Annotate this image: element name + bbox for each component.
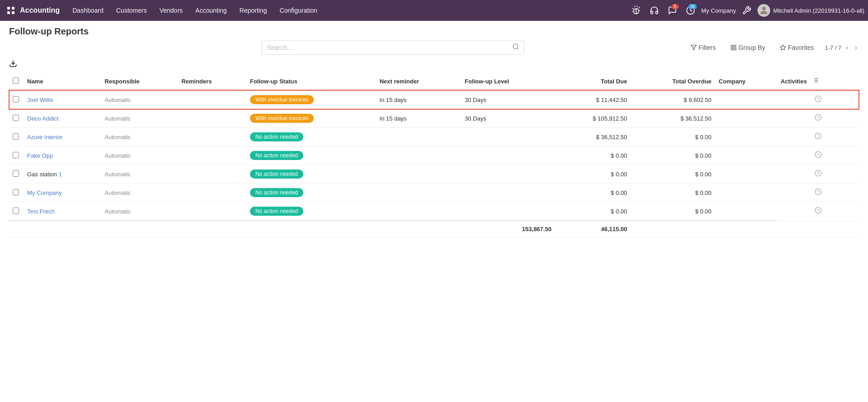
row-next-reminder — [376, 202, 461, 221]
name-link[interactable]: 1 — [58, 171, 62, 178]
row-reminders — [178, 109, 246, 128]
row-checkbox[interactable] — [13, 115, 19, 121]
user-menu[interactable]: Mitchell Admin (22019931-16-0-all) — [758, 4, 864, 17]
svg-marker-14 — [780, 45, 786, 50]
filters-button[interactable]: Filters — [687, 42, 719, 53]
activity-clock-icon[interactable] — [815, 189, 822, 197]
table-row[interactable]: Azure InteriorAutomaticNo action needed$… — [9, 128, 859, 146]
column-settings-icon[interactable] — [812, 77, 819, 85]
row-responsible: Automatic — [101, 165, 178, 184]
row-name[interactable]: Gas station 1 — [24, 165, 101, 184]
row-name[interactable]: Azure Interior — [24, 128, 101, 146]
row-name[interactable]: Fake Opp — [24, 146, 101, 165]
activity-clock-icon[interactable] — [815, 96, 822, 104]
row-activities[interactable] — [777, 165, 859, 184]
company-selector[interactable]: My Company — [701, 7, 736, 14]
search-placeholder: Search... — [267, 44, 512, 51]
totals-empty-cell — [24, 221, 101, 237]
table-row[interactable]: Test FrechAutomaticNo action needed$ 0.0… — [9, 202, 859, 221]
clock-icon-btn[interactable]: 36 — [683, 3, 698, 18]
search-icon[interactable] — [512, 43, 519, 52]
nav-dashboard[interactable]: Dashboard — [67, 5, 109, 16]
row-activities[interactable] — [777, 109, 859, 128]
col-total-overdue[interactable]: Total Overdue — [631, 73, 715, 90]
pagination-prev[interactable]: ‹ — [844, 43, 850, 53]
activity-clock-icon[interactable] — [815, 115, 822, 122]
totals-empty-cell — [101, 221, 178, 237]
activity-clock-icon[interactable] — [815, 133, 822, 141]
col-followup-level[interactable]: Follow-up Level — [461, 73, 555, 90]
row-checkbox[interactable] — [13, 133, 19, 140]
table-row[interactable]: Joel WillisAutomaticWith overdue invoice… — [9, 90, 859, 109]
col-next-reminder[interactable]: Next reminder — [376, 73, 461, 90]
row-name[interactable]: Deco Addict — [24, 109, 101, 128]
nav-vendors[interactable]: Vendors — [154, 5, 188, 16]
row-activities[interactable] — [777, 128, 859, 146]
nav-accounting[interactable]: Accounting — [190, 5, 232, 16]
col-status[interactable]: Follow-up Status — [246, 73, 376, 90]
row-reminders — [178, 90, 246, 109]
row-activities[interactable] — [777, 202, 859, 221]
row-checkbox[interactable] — [13, 152, 19, 158]
row-name[interactable]: My Company — [24, 184, 101, 202]
group-by-button[interactable]: Group By — [727, 42, 769, 53]
grid-menu-icon[interactable] — [4, 3, 18, 18]
bug-icon-btn[interactable] — [629, 3, 643, 18]
totals-empty-cell — [246, 221, 376, 237]
app-name[interactable]: Accounting — [20, 6, 60, 15]
totals-empty-cell — [9, 221, 24, 237]
row-checkbox[interactable] — [13, 208, 19, 214]
row-next-reminder — [376, 184, 461, 202]
favorites-button[interactable]: Favorites — [776, 42, 818, 53]
row-checkbox[interactable] — [13, 189, 19, 195]
activity-clock-icon[interactable] — [815, 152, 822, 160]
table-row[interactable]: Deco AddictAutomaticWith overdue invoice… — [9, 109, 859, 128]
status-badge: No action needed — [250, 188, 303, 197]
topnav-right-section: 5 36 My Company Mitchell Admin (22019931… — [629, 3, 864, 18]
row-status: With overdue invoices — [246, 90, 376, 109]
follow-up-table: Name Responsible Reminders Follow-up Sta… — [9, 73, 859, 237]
row-total-overdue: $ 0.00 — [631, 184, 715, 202]
table-row[interactable]: My CompanyAutomaticNo action needed$ 0.0… — [9, 184, 859, 202]
row-total-overdue: $ 0.00 — [631, 202, 715, 221]
nav-reporting[interactable]: Reporting — [234, 5, 273, 16]
status-badge: No action needed — [250, 207, 303, 216]
status-badge: No action needed — [250, 132, 303, 141]
col-responsible[interactable]: Responsible — [101, 73, 178, 90]
col-reminders[interactable]: Reminders — [178, 73, 246, 90]
username-label: Mitchell Admin (22019931-16-0-all) — [773, 7, 864, 14]
col-activities[interactable]: Activities — [777, 73, 859, 90]
favorites-label: Favorites — [788, 44, 814, 51]
table-row[interactable]: Fake OppAutomaticNo action needed$ 0.00$… — [9, 146, 859, 165]
activity-clock-icon[interactable] — [815, 170, 822, 178]
search-wrapper: Search... — [262, 40, 524, 55]
row-checkbox[interactable] — [13, 170, 19, 177]
pagination-next[interactable]: › — [853, 43, 859, 53]
svg-rect-13 — [731, 48, 733, 50]
select-all-checkbox[interactable] — [13, 77, 19, 84]
row-name[interactable]: Joel Willis — [24, 90, 101, 109]
wrench-icon-btn[interactable] — [739, 3, 754, 18]
row-activities[interactable] — [777, 146, 859, 165]
filters-label: Filters — [699, 44, 716, 51]
headset-icon-btn[interactable] — [647, 3, 662, 18]
row-checkbox[interactable] — [13, 96, 19, 102]
row-company — [715, 165, 777, 184]
nav-customers[interactable]: Customers — [111, 5, 153, 16]
chat-icon-btn[interactable]: 5 — [665, 3, 680, 18]
col-total-due[interactable]: Total Due — [555, 73, 631, 90]
activity-clock-icon[interactable] — [815, 208, 822, 215]
col-name[interactable]: Name — [24, 73, 101, 90]
col-company[interactable]: Company — [715, 73, 777, 90]
nav-configuration[interactable]: Configuration — [274, 5, 323, 16]
totals-empty-cell — [631, 221, 715, 237]
download-button[interactable] — [9, 59, 17, 70]
row-activities[interactable] — [777, 184, 859, 202]
row-status: With overdue invoices — [246, 109, 376, 128]
row-activities[interactable] — [777, 90, 859, 109]
row-status: No action needed — [246, 128, 376, 146]
row-name[interactable]: Test Frech — [24, 202, 101, 221]
page-header: Follow-up Reports — [0, 21, 868, 37]
select-all-header[interactable] — [9, 73, 24, 90]
table-row[interactable]: Gas station 1AutomaticNo action needed$ … — [9, 165, 859, 184]
